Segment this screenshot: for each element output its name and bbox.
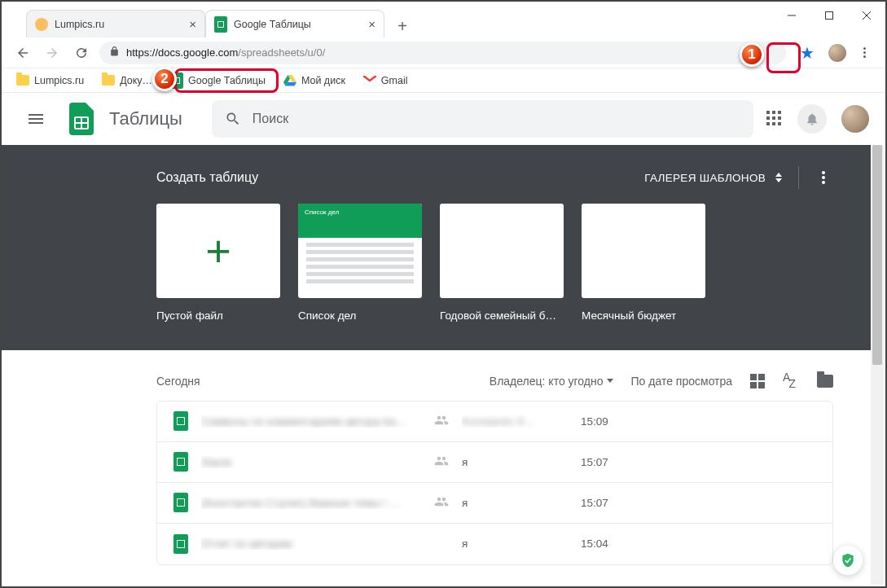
open-picker-button[interactable] <box>817 375 833 388</box>
owner-filter-label: Владелец: кто угодно <box>490 375 604 388</box>
sort-label: По дате просмотра <box>631 375 733 388</box>
window-controls <box>773 2 885 29</box>
tab-title: Lumpics.ru <box>55 19 104 30</box>
browser-tab[interactable]: Google Таблицы × <box>205 10 384 37</box>
gallery-label: ГАЛЕРЕЯ ШАБЛОНОВ <box>644 172 766 184</box>
main-menu-button[interactable] <box>18 101 54 137</box>
reload-button[interactable] <box>70 42 93 64</box>
annotation-ring-1 <box>766 42 801 73</box>
bookmark-item[interactable]: Доку… <box>99 72 156 89</box>
template-label: Список дел <box>298 309 422 322</box>
file-name: Символы по комментариям автора ba… <box>201 415 421 428</box>
sheets-file-icon <box>173 534 188 554</box>
page-scrollbar[interactable] <box>871 145 884 585</box>
url-text: https://docs.google.com/spreadsheets/u/0… <box>126 46 325 59</box>
browser-tabstrip: Lumpics.ru × Google Таблицы × + <box>26 10 414 37</box>
tab-close-icon[interactable]: × <box>189 17 196 31</box>
shared-icon <box>434 494 449 511</box>
browser-menu-button[interactable] <box>853 42 876 64</box>
tab-close-icon[interactable]: × <box>368 17 375 31</box>
sheets-file-icon <box>173 493 188 512</box>
window-minimize-button[interactable] <box>773 2 810 29</box>
apps-grid-button[interactable] <box>766 111 783 127</box>
window-close-button[interactable] <box>848 2 885 29</box>
search-icon <box>225 111 241 127</box>
star-icon: ★ <box>800 43 815 63</box>
account-avatar-button[interactable] <box>841 105 869 133</box>
notifications-button[interactable] <box>797 104 827 134</box>
back-button[interactable] <box>11 42 34 64</box>
template-monthly-budget[interactable]: Месячный бюджет <box>582 204 705 322</box>
template-label: Годовой семейный б… <box>440 309 564 322</box>
tab-title: Google Таблицы <box>234 19 311 30</box>
sheets-file-icon <box>173 411 188 431</box>
bookmark-label: Доку… <box>120 75 152 86</box>
bookmark-label: Lumpics.ru <box>34 75 84 86</box>
file-time: 15:07 <box>581 456 646 468</box>
browser-tab[interactable]: Lumpics.ru × <box>26 10 205 37</box>
file-name: Stacie <box>201 456 421 468</box>
bookmarks-bar: Lumpics.ru Доку… Google Таблицы Мой диск… <box>2 68 885 93</box>
bookmark-label: Мой диск <box>301 75 345 86</box>
bookmark-item[interactable]: Lumpics.ru <box>13 72 87 89</box>
annotation-callout-2: 2 <box>152 67 177 91</box>
drive-icon <box>283 74 296 87</box>
create-heading: Создать таблицу <box>156 170 258 185</box>
file-owner: я <box>462 497 568 509</box>
file-name: Отчет по авторам <box>201 538 421 550</box>
bookmark-label: Gmail <box>381 75 408 86</box>
annotation-ring-2 <box>174 68 279 93</box>
file-row[interactable]: Символы по комментариям автора ba…Konsta… <box>157 402 832 442</box>
app-header: Таблицы Поиск <box>2 93 885 145</box>
chevron-down-icon <box>607 379 613 383</box>
file-owner: я <box>462 456 568 468</box>
file-row[interactable]: Stacieя15:07 <box>157 442 832 483</box>
template-blank[interactable]: + Пустой файл <box>156 204 280 322</box>
tab-favicon <box>35 18 48 31</box>
recent-files-section: Сегодня Владелец: кто угодно По дате про… <box>2 358 871 585</box>
template-label: Месячный бюджет <box>582 309 705 322</box>
folder-icon <box>102 75 115 86</box>
sheets-logo-icon <box>67 99 96 138</box>
app-title: Таблицы <box>109 108 182 129</box>
file-list: Символы по комментариям автора ba…Konsta… <box>156 401 833 565</box>
search-input[interactable]: Поиск <box>212 100 753 138</box>
templates-section: Создать таблицу ГАЛЕРЕЯ ШАБЛОНОВ + Пусто… <box>2 145 871 350</box>
forward-button[interactable] <box>41 42 64 64</box>
window-maximize-button[interactable] <box>810 2 848 29</box>
template-todo[interactable]: Список дел Список дел <box>298 204 422 322</box>
file-name: (Константин Стулис) Важные темы / … <box>201 497 421 509</box>
address-bar[interactable]: https://docs.google.com/spreadsheets/u/0… <box>99 42 786 64</box>
extension-shield-badge[interactable] <box>833 546 863 575</box>
bookmark-item[interactable]: Gmail <box>360 72 411 89</box>
file-owner: Konstantin S… <box>462 415 568 428</box>
plus-icon: + <box>205 229 231 273</box>
section-today-label: Сегодня <box>156 375 200 388</box>
profile-avatar-button[interactable] <box>828 44 846 62</box>
template-label: Пустой файл <box>156 309 280 322</box>
file-owner: я <box>462 538 568 550</box>
new-tab-button[interactable]: + <box>391 15 414 37</box>
file-time: 15:09 <box>581 415 646 428</box>
shared-icon <box>434 454 449 471</box>
file-row[interactable]: Отчет по авторамя15:04 <box>157 524 832 564</box>
owner-filter-dropdown[interactable]: Владелец: кто угодно <box>490 375 613 388</box>
view-grid-button[interactable] <box>750 374 765 388</box>
divider <box>798 166 799 189</box>
annotation-callout-1: 1 <box>740 42 764 67</box>
template-annual-budget[interactable]: Годовой семейный б… <box>440 204 564 322</box>
svg-rect-0 <box>826 12 833 20</box>
folder-icon <box>16 75 29 86</box>
file-time: 15:04 <box>581 538 646 550</box>
search-placeholder: Поиск <box>252 112 288 126</box>
file-time: 15:07 <box>581 497 646 509</box>
templates-more-button[interactable] <box>814 168 833 187</box>
bookmark-item[interactable]: Мой диск <box>280 72 349 89</box>
gmail-icon <box>363 74 376 87</box>
template-gallery-button[interactable]: ГАЛЕРЕЯ ШАБЛОНОВ <box>644 172 784 184</box>
sheets-favicon-icon <box>214 16 227 33</box>
sheets-file-icon <box>173 452 188 472</box>
sort-az-button[interactable]: AZ <box>783 371 799 387</box>
file-row[interactable]: (Константин Стулис) Важные темы / …я15:0… <box>157 483 832 524</box>
lock-icon <box>109 46 120 59</box>
